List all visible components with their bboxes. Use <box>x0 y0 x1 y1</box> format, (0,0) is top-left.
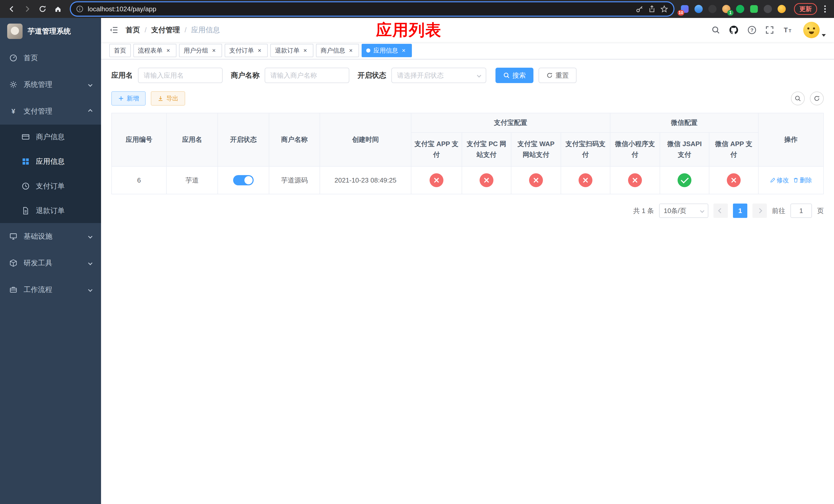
extension-icon[interactable]: 10 <box>680 4 690 14</box>
tab-app-info[interactable]: 应用信息 <box>361 44 412 57</box>
breadcrumb-home[interactable]: 首页 <box>126 25 140 35</box>
alipay-wap-status-icon <box>529 173 543 187</box>
page-size-select[interactable]: 10条/页 <box>659 204 708 218</box>
next-page-button[interactable] <box>752 204 767 218</box>
col-header-name: 应用名 <box>167 113 218 166</box>
breadcrumb: 首页 / 支付管理 / 应用信息 <box>126 25 220 35</box>
chevron-down-icon <box>88 261 93 265</box>
alipay-qr-status-icon <box>578 173 592 187</box>
merchant-name-input[interactable] <box>265 68 349 83</box>
bookmark-star-icon[interactable] <box>660 5 668 13</box>
extension-icon[interactable] <box>749 4 759 14</box>
refresh-button[interactable] <box>810 92 824 105</box>
user-menu[interactable] <box>803 22 826 38</box>
prev-page-button[interactable] <box>714 204 728 218</box>
close-icon[interactable] <box>256 47 263 54</box>
browser-forward-button[interactable] <box>21 2 34 16</box>
extension-icon[interactable]: 1 <box>721 4 731 14</box>
export-button[interactable]: 导出 <box>151 91 185 106</box>
tab-merchant-info[interactable]: 商户信息 <box>316 44 359 57</box>
briefcase-icon <box>9 285 18 294</box>
sidebar: 芋道管理系统 首页 系统管理 ¥ 支付管理 <box>0 18 101 504</box>
sidebar-item-system[interactable]: 系统管理 <box>0 71 101 98</box>
reset-button[interactable]: 重置 <box>539 68 576 83</box>
chevron-down-icon <box>88 234 93 239</box>
tab-user-group[interactable]: 用户分组 <box>179 44 222 57</box>
close-icon[interactable] <box>302 47 309 54</box>
close-icon[interactable] <box>347 47 354 54</box>
share-icon[interactable] <box>648 5 656 13</box>
sidebar-item-merchant-info[interactable]: 商户信息 <box>0 124 101 149</box>
extension-icon[interactable] <box>694 4 704 14</box>
close-icon[interactable] <box>210 47 218 54</box>
chevron-down-icon <box>88 83 93 87</box>
add-button[interactable]: 新增 <box>111 91 146 106</box>
edit-link[interactable]: 修改 <box>770 176 789 184</box>
sidebar-item-payment[interactable]: ¥ 支付管理 <box>0 98 101 124</box>
col-header-actions: 操作 <box>758 113 824 166</box>
sidebar-item-label: 研发工具 <box>24 258 83 268</box>
toggle-search-button[interactable] <box>791 92 805 105</box>
extension-icon[interactable] <box>707 4 718 14</box>
sidebar-item-app-info[interactable]: 应用信息 <box>0 149 101 174</box>
sidebar-item-pay-order[interactable]: 支付订单 <box>0 174 101 199</box>
search-icon[interactable] <box>711 26 720 35</box>
status-select[interactable]: 请选择开启状态 <box>391 68 486 83</box>
browser-reload-button[interactable] <box>36 2 49 16</box>
tab-refund-order[interactable]: 退款订单 <box>270 44 313 57</box>
page-number-button[interactable]: 1 <box>733 204 747 218</box>
dashboard-icon <box>9 54 18 62</box>
url-text[interactable]: localhost:1024/pay/app <box>88 5 631 13</box>
search-button-label: 搜索 <box>512 71 526 80</box>
sidebar-item-infrastructure[interactable]: 基础设施 <box>0 223 101 250</box>
extension-badge: 1 <box>727 10 733 16</box>
status-label: 开启状态 <box>357 70 386 80</box>
password-key-icon[interactable] <box>636 5 644 13</box>
breadcrumb-section[interactable]: 支付管理 <box>151 25 180 35</box>
sidebar-item-home[interactable]: 首页 <box>0 45 101 71</box>
cell-merchant: 芋道源码 <box>269 166 320 194</box>
chevron-up-icon <box>88 109 93 114</box>
goto-page-input[interactable] <box>790 204 812 218</box>
delete-link[interactable]: 删除 <box>793 176 812 184</box>
url-bar[interactable]: localhost:1024/pay/app <box>71 2 674 16</box>
sidebar-item-dev-tools[interactable]: 研发工具 <box>0 250 101 276</box>
app-logo-row[interactable]: 芋道管理系统 <box>0 18 101 45</box>
github-icon[interactable] <box>729 25 739 35</box>
filter-form: 应用名 商户名称 开启状态 请选择开启状态 搜索 重置 <box>111 68 824 83</box>
extension-badge: 10 <box>678 10 684 16</box>
avatar[interactable] <box>803 22 820 38</box>
extension-icon[interactable] <box>763 4 773 14</box>
site-info-icon[interactable] <box>76 5 84 13</box>
help-icon[interactable]: ? <box>747 25 756 35</box>
browser-menu-button[interactable] <box>821 5 829 13</box>
sidebar-collapse-icon[interactable] <box>109 25 118 35</box>
extension-icon[interactable] <box>735 4 745 14</box>
font-size-icon[interactable]: TT <box>783 26 792 35</box>
tab-process-form[interactable]: 流程表单 <box>133 44 176 57</box>
table-toolbar: 新增 导出 <box>111 91 824 106</box>
tab-home[interactable]: 首页 <box>109 44 131 57</box>
sidebar-item-refund-order[interactable]: 退款订单 <box>0 199 101 223</box>
sidebar-item-workflow[interactable]: 工作流程 <box>0 276 101 303</box>
browser-home-button[interactable] <box>51 2 65 16</box>
close-icon[interactable] <box>164 47 172 54</box>
col-header-status: 开启状态 <box>218 113 269 166</box>
search-button[interactable]: 搜索 <box>496 68 533 83</box>
col-header-created: 创建时间 <box>320 113 411 166</box>
fullscreen-icon[interactable] <box>765 26 774 35</box>
browser-update-button[interactable]: 更新 <box>794 3 817 15</box>
pagination: 共 1 条 10条/页 1 前往 页 <box>111 204 824 218</box>
extension-icon[interactable] <box>776 4 787 14</box>
credit-card-icon <box>22 133 30 141</box>
cell-id: 6 <box>112 166 167 194</box>
col-group-alipay: 支付宝配置 <box>411 113 610 133</box>
close-icon[interactable] <box>400 47 407 54</box>
enabled-toggle[interactable] <box>233 175 254 185</box>
app-name-input[interactable] <box>138 68 223 83</box>
edit-link-label: 修改 <box>776 176 789 184</box>
tab-pay-order[interactable]: 支付订单 <box>225 44 268 57</box>
sidebar-item-label: 退款订单 <box>36 206 65 215</box>
browser-back-button[interactable] <box>5 2 19 16</box>
document-icon <box>22 207 30 215</box>
